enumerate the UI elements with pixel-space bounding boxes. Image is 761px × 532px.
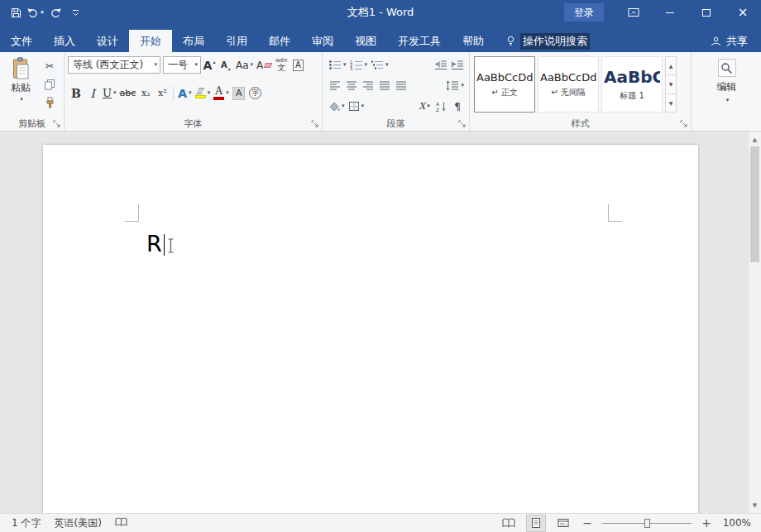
customize-qat-button[interactable] (66, 2, 84, 22)
save-button[interactable] (7, 2, 25, 22)
tell-me-search[interactable]: 操作说明搜索 (506, 30, 590, 52)
style-normal[interactable]: AaBbCcDd ↵ 正文 (474, 56, 535, 113)
strikethrough-button[interactable]: abc (117, 84, 137, 103)
scroll-down-button[interactable]: ▼ (749, 499, 761, 511)
document-page[interactable]: R (43, 145, 698, 513)
scrollbar-thumb[interactable] (750, 146, 759, 262)
minimize-icon (666, 12, 674, 13)
cut-button[interactable]: ✂ (41, 59, 59, 74)
italic-button[interactable]: I (84, 84, 101, 103)
font-dialog-launcher[interactable] (310, 119, 320, 129)
distribute-button[interactable] (393, 77, 409, 95)
bold-button[interactable]: B (68, 84, 84, 103)
print-layout-button[interactable] (527, 515, 545, 531)
styles-dialog-launcher[interactable] (679, 119, 689, 129)
vertical-scrollbar[interactable]: ▲ ▼ (748, 132, 761, 513)
clipboard-dialog-launcher[interactable] (52, 119, 62, 129)
zoom-out-button[interactable]: − (582, 516, 593, 530)
redo-icon (50, 7, 61, 17)
tab-developer[interactable]: 开发工具 (387, 30, 452, 52)
styles-scroll-up-button[interactable]: ▲ (666, 57, 676, 74)
phonetic-guide-button[interactable]: wén文 (273, 56, 290, 74)
tab-home[interactable]: 开始 (129, 30, 172, 52)
grow-font-button[interactable]: A▴ (201, 56, 218, 74)
zoom-slider[interactable] (602, 516, 692, 530)
asian-layout-button[interactable]: X▾ (416, 98, 433, 116)
underline-button[interactable]: U▾ (101, 84, 117, 103)
align-center-button[interactable] (343, 77, 360, 95)
character-border-button[interactable]: A (290, 56, 306, 74)
redo-button[interactable] (46, 2, 65, 22)
justify-button[interactable] (376, 77, 393, 95)
decrease-indent-button[interactable] (433, 56, 449, 74)
ribbon-display-options-button[interactable] (615, 0, 652, 25)
multilevel-list-button[interactable]: ▾ (369, 56, 390, 74)
tab-help[interactable]: 帮助 (452, 30, 495, 52)
style-heading-1[interactable]: AaBbCcDd 标题 1 (601, 56, 663, 113)
scroll-up-button[interactable]: ▲ (749, 133, 761, 146)
styles-more-button[interactable]: ▼ (666, 93, 676, 112)
show-hide-marks-button[interactable]: ¶ (449, 98, 466, 116)
change-case-button[interactable]: Aa▾ (234, 56, 255, 74)
read-mode-button[interactable] (500, 515, 518, 531)
tab-layout[interactable]: 布局 (172, 30, 215, 52)
shading-button[interactable]: ▾ (327, 98, 347, 116)
zoom-in-button[interactable]: + (701, 516, 712, 530)
line-spacing-button[interactable]: ▾ (443, 77, 466, 95)
character-shading-button[interactable]: A (231, 84, 247, 103)
caret-down-icon: ▾ (113, 90, 117, 96)
enclose-characters-icon: 字 (249, 87, 261, 99)
editing-button[interactable]: 编辑 ▾ (704, 59, 750, 103)
format-painter-button[interactable] (41, 95, 59, 110)
font-name-select[interactable]: 等线 (西文正文) ▾ (68, 56, 160, 74)
web-layout-button[interactable] (554, 515, 572, 531)
share-button[interactable]: 共享 (711, 30, 761, 52)
tab-design[interactable]: 设计 (86, 30, 129, 52)
increase-indent-icon (451, 60, 464, 70)
caret-down-icon: ▾ (365, 62, 368, 68)
font-group: 等线 (西文正文) ▾ 一号 ▾ A▴ A▾ Aa▾ A wén文 A B I … (65, 52, 323, 131)
paragraph-dialog-launcher[interactable] (457, 119, 467, 129)
language-status[interactable]: 英语(美国) (54, 516, 101, 530)
tab-references[interactable]: 引用 (215, 30, 258, 52)
copy-button[interactable] (41, 77, 59, 92)
clear-formatting-button[interactable]: A (255, 56, 273, 74)
bullets-button[interactable]: ▾ (327, 56, 348, 74)
proofing-status-button[interactable] (115, 517, 127, 530)
undo-button[interactable]: ▾ (26, 2, 45, 22)
paste-button[interactable]: 粘贴 ▾ (3, 55, 38, 117)
caret-down-icon: ▾ (154, 62, 157, 68)
superscript-button[interactable]: x² (154, 84, 170, 103)
save-icon (11, 7, 22, 18)
sign-in-button[interactable]: 登录 (564, 3, 604, 22)
align-right-button[interactable] (360, 77, 376, 95)
zoom-slider-thumb[interactable] (644, 519, 650, 528)
minimize-button[interactable] (652, 0, 688, 25)
subscript-button[interactable]: x₂ (137, 84, 154, 103)
tab-mailings[interactable]: 邮件 (258, 30, 301, 52)
increase-indent-button[interactable] (449, 56, 466, 74)
font-color-button[interactable]: A ▾ (212, 84, 231, 103)
tab-review[interactable]: 审阅 (301, 30, 344, 52)
borders-button[interactable]: ▾ (347, 98, 366, 116)
document-text[interactable]: R (146, 232, 162, 256)
font-size-select[interactable]: 一号 ▾ (163, 56, 201, 74)
styles-scroll-down-button[interactable]: ▼ (666, 74, 676, 93)
sort-button[interactable]: AZ (433, 98, 449, 116)
tab-insert[interactable]: 插入 (43, 30, 86, 52)
tab-file[interactable]: 文件 (0, 30, 43, 52)
enclose-characters-button[interactable]: 字 (247, 84, 264, 103)
shrink-font-button[interactable]: A▾ (218, 56, 234, 74)
word-count-status[interactable]: 1 个字 (12, 516, 41, 530)
numbering-button[interactable]: 123 ▾ (348, 56, 370, 74)
text-highlight-button[interactable]: ▾ (194, 84, 213, 103)
tab-view[interactable]: 视图 (344, 30, 387, 52)
close-button[interactable]: × (725, 0, 761, 25)
text-effects-button[interactable]: A▾ (176, 84, 193, 103)
align-left-button[interactable] (327, 77, 343, 95)
shrink-font-icon: A (221, 60, 227, 69)
zoom-level[interactable]: 100% (721, 517, 751, 529)
maximize-button[interactable] (688, 0, 725, 25)
style-no-spacing[interactable]: AaBbCcDd ↵ 无间隔 (538, 56, 599, 113)
document-area[interactable]: R ▲ ▼ (0, 132, 761, 513)
